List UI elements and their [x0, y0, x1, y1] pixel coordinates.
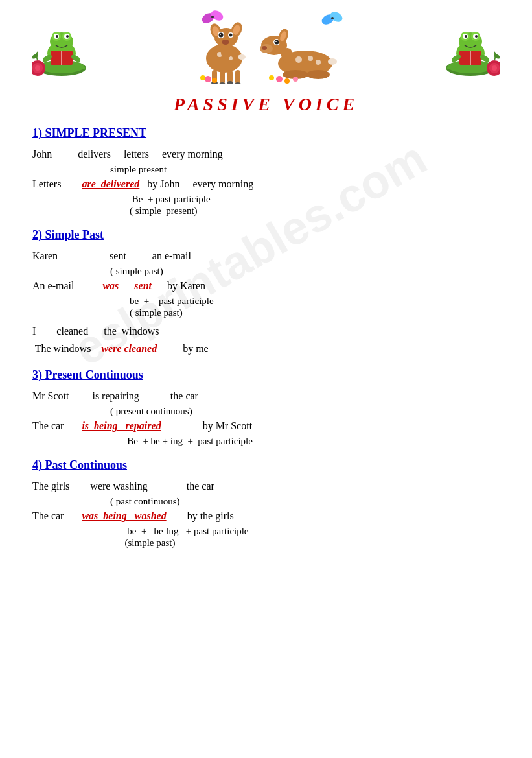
svg-point-31	[218, 33, 223, 38]
row-active-2b: I cleaned the windows	[32, 324, 500, 339]
heading-simple-past: 2) Simple Past	[32, 228, 500, 242]
row-note-3: ( present continuous)	[110, 406, 500, 417]
passive-verb-4: was being washed	[82, 510, 166, 521]
passive-verb-3: is being repaired	[82, 420, 161, 431]
row-passive-3: The car is being repaired by Mr Scott	[32, 418, 500, 434]
svg-point-66	[328, 58, 337, 65]
row-active-2a: Karen sent an e-mail	[32, 248, 500, 264]
passive-verb-2a: was sent	[102, 280, 152, 291]
svg-point-54	[316, 60, 321, 65]
row-note-1: simple present	[110, 164, 500, 175]
row-active-3: Mr Scott is repairing the car	[32, 388, 500, 404]
svg-point-71	[284, 78, 290, 84]
svg-point-72	[269, 75, 274, 80]
page-title: PASSIVE VOICE	[32, 94, 500, 115]
heading-present-continuous: 3) Present Continuous	[32, 368, 500, 382]
row-passive-2a: An e-mail was sent by Karen	[32, 278, 500, 294]
svg-point-93	[493, 53, 500, 60]
svg-point-49	[212, 78, 217, 83]
svg-point-35	[222, 40, 229, 45]
row-note-2a: ( simple past)	[110, 266, 500, 277]
section-past-continuous: 4) Past Continuous The girls were washin…	[32, 458, 500, 549]
svg-rect-39	[235, 70, 240, 84]
heading-past-continuous: 4) Past Continuous	[32, 458, 500, 472]
row-passive-2b: The windows were cleaned by me	[32, 341, 500, 357]
right-frog-deco	[441, 6, 500, 78]
svg-point-60	[274, 40, 279, 45]
svg-point-82	[465, 35, 467, 38]
svg-point-70	[276, 76, 283, 82]
row-passive-4: The car was being washed by the girls	[32, 508, 500, 524]
formula-2a: be + past participle	[110, 296, 500, 307]
svg-point-92	[492, 65, 497, 71]
svg-point-65	[306, 70, 330, 79]
formula-2b: ( simple past)	[110, 307, 500, 318]
svg-point-58	[262, 46, 267, 50]
passive-verb-2b: were cleaned	[101, 343, 157, 354]
svg-point-18	[35, 65, 40, 71]
formula-4a: be + be Ing + past participle	[110, 526, 500, 537]
left-frog-deco	[32, 6, 91, 78]
section-simple-present: 1) SIMPLE PRESENT John delivers letters …	[32, 126, 500, 217]
formula-1a: Be + past participle	[110, 194, 500, 205]
center-deer	[91, 6, 441, 84]
formula-1b: ( simple present)	[110, 206, 500, 217]
heading-simple-present: 1) SIMPLE PRESENT	[32, 126, 500, 140]
svg-point-9	[66, 35, 69, 38]
svg-point-48	[205, 76, 211, 82]
row-note-4: ( past continuous)	[110, 496, 500, 507]
svg-rect-37	[220, 70, 225, 84]
svg-point-52	[295, 56, 302, 63]
formula-3: Be + be + ing + past participle	[110, 436, 500, 447]
section-simple-past: 2) Simple Past Karen sent an e-mail ( si…	[32, 228, 500, 357]
svg-point-19	[32, 53, 39, 60]
page: PASSIVE VOICE eslprintables.com 1) SIMPL…	[0, 0, 532, 758]
svg-point-69	[331, 17, 334, 19]
svg-point-46	[211, 16, 214, 18]
svg-point-50	[200, 75, 205, 80]
svg-point-47	[238, 54, 246, 60]
svg-point-83	[475, 35, 478, 38]
svg-point-8	[56, 35, 58, 38]
section-present-continuous: 3) Present Continuous Mr Scott is repair…	[32, 368, 500, 447]
content-area: 1) SIMPLE PRESENT John delivers letters …	[32, 126, 500, 549]
svg-point-61	[275, 41, 277, 42]
passive-verb-1: are delivered	[82, 178, 139, 189]
row-active-4: The girls were washing the car	[32, 479, 500, 494]
svg-point-53	[308, 56, 313, 61]
svg-point-32	[220, 34, 221, 35]
row-active-1: John delivers letters every morning	[32, 147, 500, 162]
row-passive-1: Letters are delivered by John every morn…	[32, 176, 500, 192]
svg-point-34	[229, 34, 232, 37]
header-area	[32, 6, 500, 91]
formula-4b: (simple past)	[110, 538, 500, 549]
svg-point-73	[293, 77, 298, 82]
